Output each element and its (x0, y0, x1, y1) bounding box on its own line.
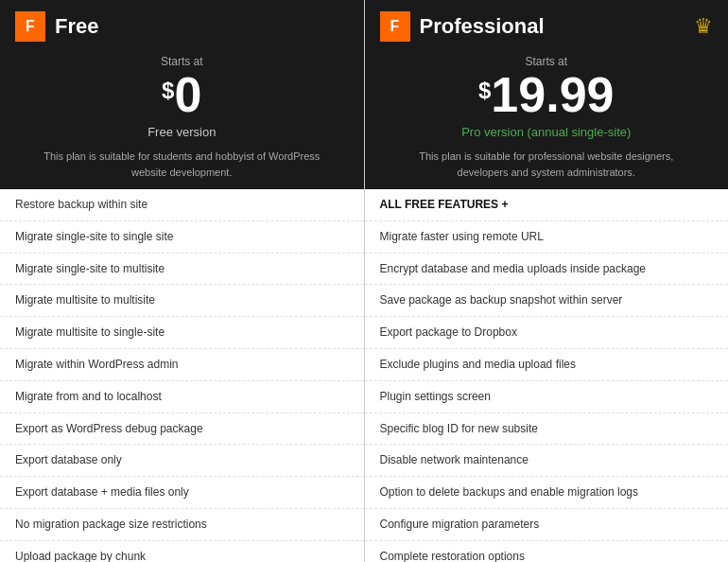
professional-features-list: ALL FREE FEATURES +Migrate faster using … (365, 189, 729, 562)
professional-price-value: 19.99 (491, 67, 614, 122)
free-starts-at: Starts at (161, 55, 203, 68)
list-item: Configure migration parameters (365, 509, 729, 541)
free-features-list: Restore backup within siteMigrate single… (0, 189, 364, 562)
list-item: Complete restoration options (365, 541, 729, 562)
professional-version-label: Pro version (annual single-site) (461, 125, 631, 139)
list-item: Migrate multisite to single-site (0, 317, 364, 349)
list-item: Exclude plugins and media upload files (365, 349, 729, 381)
free-title-row: F Free (15, 11, 349, 42)
list-item: Migrate single-site to multisite (0, 254, 364, 286)
pro-features-header: ALL FREE FEATURES + (365, 189, 729, 221)
free-logo-icon: F (15, 11, 45, 42)
list-item: Migrate faster using remote URL (365, 221, 729, 254)
professional-starts-at: Starts at (525, 55, 567, 68)
crown-icon: ♛ (694, 14, 713, 39)
list-item: Export database only (0, 445, 364, 477)
free-plan-description: This plan is suitable for students and h… (40, 149, 323, 180)
list-item: Option to delete backups and enable migr… (365, 477, 729, 509)
professional-plan-column: F Professional ♛ Starts at $19.99 Pro ve… (364, 0, 729, 562)
free-price: $0 (162, 70, 201, 119)
list-item: Encrypt database and media uploads insid… (365, 254, 729, 286)
professional-title-row: F Professional ♛ (380, 11, 714, 42)
free-version-label: Free version (147, 125, 216, 139)
professional-price-symbol: $ (478, 79, 491, 102)
list-item: Restore backup within site (0, 189, 364, 221)
free-price-value: 0 (174, 67, 201, 122)
professional-plan-title: Professional (420, 14, 545, 39)
list-item: Save package as backup snapshot within s… (365, 285, 729, 317)
list-item: Migrate single-site to single site (0, 221, 364, 254)
professional-plan-description: This plan is suitable for professional w… (405, 149, 688, 180)
list-item: Migrate from and to localhost (0, 381, 364, 413)
list-item: Export package to Dropbox (365, 317, 729, 349)
list-item: Specific blog ID for new subsite (365, 413, 729, 446)
free-plan-column: F Free Starts at $0 Free version This pl… (0, 0, 364, 562)
professional-plan-header: F Professional ♛ Starts at $19.99 Pro ve… (365, 0, 729, 189)
list-item: Migrate multisite to multisite (0, 285, 364, 317)
professional-logo-icon: F (380, 11, 410, 42)
free-plan-title: Free (55, 14, 98, 39)
professional-price: $19.99 (478, 70, 615, 119)
free-price-symbol: $ (162, 79, 174, 102)
list-item: Export database + media files only (0, 477, 364, 509)
list-item: No migration package size restrictions (0, 509, 364, 541)
list-item: Migrate within WordPress admin (0, 349, 364, 381)
list-item: Plugin settings screen (365, 381, 729, 413)
list-item: Upload package by chunk (0, 541, 364, 562)
list-item: Disable network maintenance (365, 445, 729, 477)
free-plan-header: F Free Starts at $0 Free version This pl… (0, 0, 364, 189)
list-item: Export as WordPress debug package (0, 413, 364, 446)
